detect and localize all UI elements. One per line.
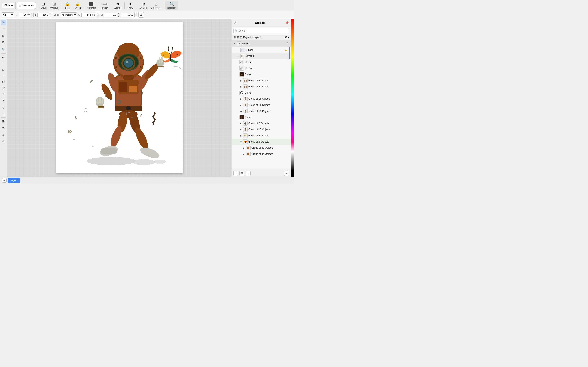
layer-nav-icon2[interactable]: ⊟ (237, 36, 239, 39)
ellipse1-item[interactable]: Ellipse (232, 59, 291, 65)
g53-expand[interactable]: ▶ (242, 146, 245, 149)
page-canvas[interactable] (56, 22, 182, 173)
curve1-item[interactable]: Curve (232, 71, 291, 77)
view-button[interactable]: ▣ View (126, 1, 136, 10)
y-up[interactable]: ▲ (134, 13, 137, 15)
group8-item[interactable]: ▶ Group of 8 Objects (232, 133, 291, 139)
search-input[interactable] (233, 28, 289, 33)
node-tool[interactable]: ⌖ (1, 26, 6, 31)
offset-down[interactable]: ▼ (96, 15, 99, 17)
zoom-select[interactable]: 205% 100% 150% (2, 3, 14, 8)
width-input[interactable] (18, 13, 30, 17)
x-input[interactable] (104, 13, 117, 17)
g8-expand[interactable]: ▶ (240, 134, 242, 137)
group53-item[interactable]: ▶ Group of 53 Objects (232, 145, 291, 151)
y-down[interactable]: ▼ (134, 15, 137, 17)
zoom-tool[interactable]: 🔍 (1, 47, 6, 53)
page1-root-item[interactable]: ▼ P1 Page 1 👁 (232, 40, 291, 47)
add-layer-button[interactable]: + (233, 171, 238, 176)
arrange-button[interactable]: ⧉ Arrange (112, 1, 123, 10)
inspectors-button[interactable]: 🔍 Inspectors (165, 1, 178, 10)
panel-close-button[interactable]: ✕ (234, 21, 236, 25)
group6b-item[interactable]: ▼ Group of 6 Objects (232, 139, 291, 145)
add-page-button[interactable]: + (2, 178, 7, 183)
height-input[interactable] (37, 13, 49, 17)
group6a-item[interactable]: ▶ Group of 6 Objects (232, 120, 291, 126)
lock-button[interactable]: 🔒 Lock (62, 1, 72, 10)
mirror-button[interactable]: ⟺ Mirror (100, 1, 110, 10)
g15a-expand[interactable]: ▶ (240, 98, 242, 100)
crop-tool[interactable]: ⊡ (1, 39, 6, 45)
g6a-expand[interactable]: ▶ (240, 122, 242, 125)
text-tool[interactable]: T (1, 91, 6, 97)
g2b-expand[interactable]: ▶ (240, 85, 242, 88)
group-button[interactable]: ⊡ Group (39, 1, 48, 10)
group15d-item[interactable]: ▶ Group of 15 Objects (232, 126, 291, 133)
color-palette[interactable] (291, 19, 294, 177)
page1-expand[interactable]: ▼ (233, 42, 236, 45)
canvas-area[interactable] (7, 19, 232, 177)
polygon-tool[interactable]: ⬡ (1, 79, 6, 85)
layer-nav-page1[interactable]: Page 1 (243, 36, 251, 39)
layer-list-button[interactable]: ⊞ (240, 171, 244, 176)
table-tool[interactable]: ⊟ (1, 125, 6, 130)
group2b-item[interactable]: ▶ Group of 2 Objects (232, 83, 291, 90)
group44-item[interactable]: ▶ Group of 44 Objects (232, 151, 291, 157)
curve3-item[interactable]: Curve (232, 114, 291, 120)
g6b-expand[interactable]: ▼ (240, 140, 242, 143)
group15a-item[interactable]: ▶ Group of 15 Objects (232, 96, 291, 102)
layer-nav-icon3[interactable]: ⊡ (240, 36, 242, 39)
select-tool[interactable]: ↖ (1, 20, 6, 25)
line-tool[interactable]: / (1, 99, 6, 104)
page-size-select[interactable]: A4 A3 Letter (2, 12, 14, 17)
eyedropper-tool[interactable]: ⊕ (1, 132, 6, 138)
x-down[interactable]: ▼ (117, 15, 120, 17)
g15d-expand[interactable]: ▶ (240, 128, 242, 131)
transform-button[interactable]: ⊡ (138, 12, 144, 17)
spiral-tool[interactable]: @ (1, 85, 6, 91)
alignment-button[interactable]: ⬛ Alignment (85, 1, 97, 10)
ellipse2-item[interactable]: Ellipse (232, 65, 291, 71)
unlock-button[interactable]: 🔓 Unlock (73, 1, 82, 10)
g15b-expand[interactable]: ▶ (240, 104, 242, 106)
height-down[interactable]: ▼ (50, 15, 52, 17)
panel-pin-button[interactable]: 📌 (285, 21, 289, 25)
guides-item[interactable]: ▶ Guides 🔒 (232, 47, 291, 53)
page1-visibility[interactable]: 👁 (286, 42, 290, 45)
transform-tool[interactable]: ⊞ (1, 33, 6, 39)
ungroup-button[interactable]: ⊞ Ungroup (49, 1, 60, 10)
group2a-item[interactable]: ▶ Group of 2 Objects (232, 77, 291, 83)
x-up[interactable]: ▲ (117, 13, 120, 15)
layer1-expand[interactable]: ▼ (237, 55, 240, 58)
width-down[interactable]: ▼ (31, 15, 34, 17)
ellipse-tool[interactable]: ○ (1, 73, 6, 78)
bezier-tool[interactable]: ⌒ (1, 60, 6, 66)
frame-tool[interactable]: ⊞ (1, 118, 6, 124)
layer1-item[interactable]: ▼ Layer 1 (232, 53, 291, 59)
g15c-expand[interactable]: ▶ (240, 110, 242, 113)
height-up[interactable]: ▲ (50, 13, 52, 15)
curve2-item[interactable]: Curve (232, 90, 291, 96)
group15c-item[interactable]: ▶ Group of 15 Objects (232, 108, 291, 114)
pen-tool[interactable]: ✏ (1, 54, 6, 60)
snap-to-button[interactable]: ⊕ Snap To (138, 1, 149, 10)
layer-settings-button[interactable]: ⚙ ▾ (285, 36, 289, 39)
y-input[interactable] (121, 13, 134, 17)
layer-nav-icon1[interactable]: ⊞ (233, 36, 236, 39)
g2a-expand[interactable]: ▶ (240, 79, 242, 82)
get-more-button[interactable]: ⊞ Get More... (149, 1, 163, 10)
connector-tool[interactable]: ⌇ (1, 105, 6, 110)
width-up[interactable]: ▲ (31, 13, 34, 15)
rect-tool[interactable]: □ (1, 67, 6, 72)
offset-up[interactable]: ▲ (96, 13, 99, 15)
page1-tab[interactable]: Page 1 (8, 178, 20, 183)
layer-nav-layer1[interactable]: Layer 1 (253, 36, 261, 39)
g44-expand[interactable]: ▶ (242, 152, 245, 155)
units-select[interactable]: millimeters inches pixels (61, 12, 77, 17)
fill-tool[interactable]: ⊘ (1, 138, 6, 144)
group15b-item[interactable]: ▶ Group of 15 Objects (232, 102, 291, 108)
panel-more-button[interactable]: ··· (284, 171, 289, 176)
offset-input[interactable] (81, 13, 96, 17)
delete-layer-button[interactable]: − (246, 171, 251, 176)
view-modes-button[interactable]: ⊞ Enhanced ▾ (17, 2, 36, 9)
